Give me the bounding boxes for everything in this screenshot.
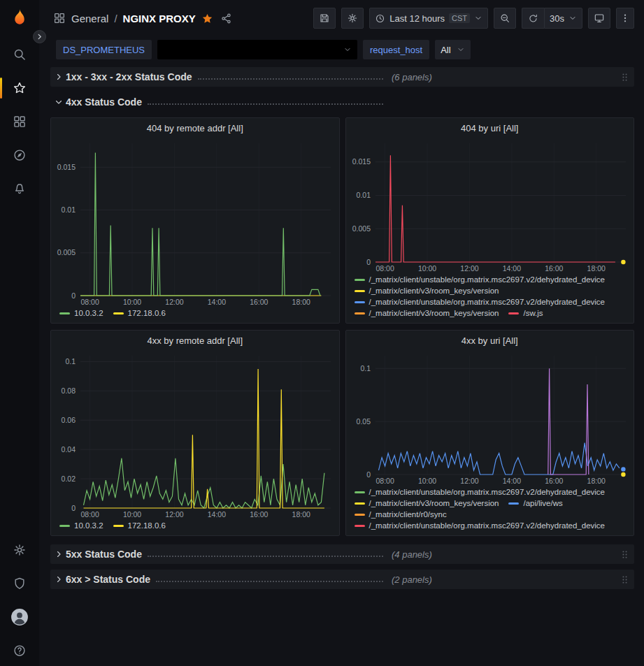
time-series-chart[interactable]: 08:0010:0012:0014:0016:0018:0000.050.1 bbox=[346, 350, 634, 486]
grafana-logo[interactable] bbox=[8, 7, 31, 29]
svg-text:0.005: 0.005 bbox=[57, 248, 76, 256]
user-profile-button[interactable] bbox=[6, 603, 34, 631]
chevron-down-icon bbox=[568, 14, 577, 22]
panel-title[interactable]: 4xx by uri [All] bbox=[346, 331, 634, 350]
svg-text:14:00: 14:00 bbox=[502, 477, 520, 485]
kebab-menu-button[interactable] bbox=[616, 8, 634, 29]
share-icon[interactable] bbox=[220, 13, 232, 24]
legend-item[interactable]: /_matrix/client/unstable/org.matrix.msc2… bbox=[355, 298, 606, 306]
row-5xx-status-code[interactable]: 5xx Status Code (4 panels) bbox=[50, 544, 634, 564]
clock-icon bbox=[375, 13, 385, 24]
drag-handle-icon[interactable] bbox=[621, 574, 629, 585]
legend-item[interactable]: /_matrix/client/unstable/org.matrix.msc2… bbox=[355, 275, 606, 284]
svg-text:0.1: 0.1 bbox=[65, 357, 76, 365]
legend-item[interactable]: /sw.js bbox=[508, 309, 543, 317]
datasource-select[interactable] bbox=[157, 40, 357, 59]
svg-text:0.005: 0.005 bbox=[352, 224, 370, 233]
refresh-button[interactable] bbox=[522, 8, 544, 29]
dashboard-title[interactable]: NGINX PROXY bbox=[123, 13, 196, 24]
time-range-picker[interactable]: Last 12 hours CST bbox=[369, 8, 488, 29]
legend-label: 10.0.3.2 bbox=[74, 521, 103, 530]
zoom-out-button[interactable] bbox=[494, 8, 516, 29]
dashboards-grid-icon bbox=[13, 115, 27, 129]
favorite-star-icon[interactable] bbox=[201, 13, 213, 24]
svg-text:0.01: 0.01 bbox=[356, 191, 371, 199]
legend-item[interactable]: /_matrix/client/r0/sync bbox=[355, 510, 447, 519]
question-circle-icon bbox=[13, 644, 27, 658]
legend-item[interactable]: 172.18.0.6 bbox=[113, 521, 166, 530]
svg-text:0.015: 0.015 bbox=[57, 163, 76, 171]
row-panel-count: (6 panels) bbox=[392, 72, 432, 82]
panel-title[interactable]: 404 by remote addr [All] bbox=[51, 118, 339, 138]
legend-item[interactable]: /_matrix/client/unstable/org.matrix.msc2… bbox=[355, 488, 606, 496]
row-6xx-status-code[interactable]: 6xx > Status Code (2 panels) bbox=[50, 570, 634, 589]
zoom-out-icon bbox=[499, 13, 510, 24]
server-admin-settings-button[interactable] bbox=[6, 536, 34, 564]
breadcrumb-section[interactable]: General bbox=[71, 13, 108, 24]
panel-title[interactable]: 404 by uri [All] bbox=[346, 118, 634, 138]
panel-grid: 404 by remote addr [All] 08:0010:0012:00… bbox=[50, 117, 634, 536]
legend-label: 172.18.0.6 bbox=[128, 309, 166, 317]
security-admin-button[interactable] bbox=[6, 570, 34, 598]
svg-text:16:00: 16:00 bbox=[250, 298, 268, 306]
dashboard-content: 1xx - 3xx - 2xx Status Code (6 panels) 4… bbox=[39, 63, 644, 666]
refresh-interval-picker[interactable]: 30s bbox=[544, 8, 582, 29]
svg-text:18:00: 18:00 bbox=[587, 477, 605, 485]
legend-item[interactable]: 10.0.3.2 bbox=[59, 521, 103, 530]
refresh-interval-label: 30s bbox=[550, 13, 564, 24]
shield-icon bbox=[13, 577, 27, 591]
chevron-right-icon bbox=[55, 575, 63, 584]
row-panel-count: (4 panels) bbox=[392, 549, 432, 560]
legend-item[interactable]: 172.18.0.6 bbox=[113, 309, 166, 317]
sidebar-expand-button[interactable] bbox=[33, 30, 46, 43]
row-1xx-3xx-2xx-status-code[interactable]: 1xx - 3xx - 2xx Status Code (6 panels) bbox=[50, 67, 634, 87]
row-title: 4xx Status Code bbox=[66, 96, 142, 108]
chevron-down-icon bbox=[343, 45, 352, 54]
sidebar-item-dashboards[interactable] bbox=[6, 108, 34, 136]
svg-text:0.02: 0.02 bbox=[62, 475, 76, 483]
svg-text:12:00: 12:00 bbox=[165, 510, 183, 519]
svg-text:08:00: 08:00 bbox=[80, 510, 99, 519]
sidebar-item-starred[interactable] bbox=[6, 74, 34, 102]
drag-handle-icon[interactable] bbox=[621, 549, 629, 560]
time-series-chart[interactable]: 08:0010:0012:0014:0016:0018:0000.0050.01… bbox=[346, 138, 634, 274]
chart-legend: 10.0.3.2172.18.0.6 bbox=[51, 307, 339, 323]
chevron-right-icon bbox=[55, 73, 63, 81]
legend-label: 10.0.3.2 bbox=[74, 309, 103, 317]
series-color-swatch bbox=[508, 312, 519, 314]
sidebar-nav bbox=[6, 41, 34, 203]
datasource-variable-label[interactable]: DS_PROMETHEUS bbox=[56, 40, 152, 59]
row-4xx-status-code[interactable]: 4xx Status Code bbox=[50, 92, 634, 112]
sidebar-item-alerting[interactable] bbox=[6, 175, 34, 203]
svg-text:08:00: 08:00 bbox=[80, 298, 99, 306]
tv-mode-button[interactable] bbox=[588, 8, 610, 29]
time-series-chart[interactable]: 08:0010:0012:0014:0016:0018:0000.020.040… bbox=[51, 350, 339, 520]
drag-handle-icon[interactable] bbox=[621, 72, 629, 82]
panel-title[interactable]: 4xx by remote addr [All] bbox=[51, 331, 339, 350]
chevron-right-icon bbox=[36, 33, 43, 41]
legend-item[interactable]: /_matrix/client/unstable/org.matrix.msc2… bbox=[355, 521, 606, 530]
time-series-chart[interactable]: 08:0010:0012:0014:0016:0018:0000.0050.01… bbox=[51, 138, 339, 307]
legend-item[interactable]: /_matrix/client/v3/room_keys/version bbox=[355, 499, 499, 507]
help-button[interactable] bbox=[6, 637, 34, 665]
legend-item[interactable]: /_matrix/client/v3/room_keys/version bbox=[355, 309, 499, 317]
legend-item[interactable]: /_matrix/client/v3/room_keys/version bbox=[355, 287, 499, 295]
legend-item[interactable]: /api/live/ws bbox=[508, 499, 562, 507]
legend-item[interactable]: 10.0.3.2 bbox=[59, 309, 103, 317]
svg-text:08:00: 08:00 bbox=[375, 264, 394, 273]
request-host-select[interactable]: All bbox=[435, 40, 470, 59]
refresh-button-group: 30s bbox=[522, 8, 582, 29]
dashboard-settings-button[interactable] bbox=[341, 8, 364, 29]
request-host-variable-label[interactable]: request_host bbox=[363, 40, 429, 59]
svg-text:0.015: 0.015 bbox=[352, 157, 370, 166]
svg-text:0: 0 bbox=[366, 470, 371, 479]
sidebar-item-explore[interactable] bbox=[6, 141, 34, 169]
save-dashboard-button[interactable] bbox=[313, 8, 336, 29]
search-button[interactable] bbox=[6, 41, 34, 68]
legend-label: /_matrix/client/unstable/org.matrix.msc2… bbox=[369, 275, 606, 284]
series-color-swatch bbox=[355, 301, 365, 303]
dotted-leader bbox=[148, 103, 383, 105]
top-navbar: General / NGINX PROXY Last 12 hours CST bbox=[39, 0, 644, 36]
bell-icon bbox=[13, 182, 27, 196]
svg-text:18:00: 18:00 bbox=[292, 510, 310, 519]
